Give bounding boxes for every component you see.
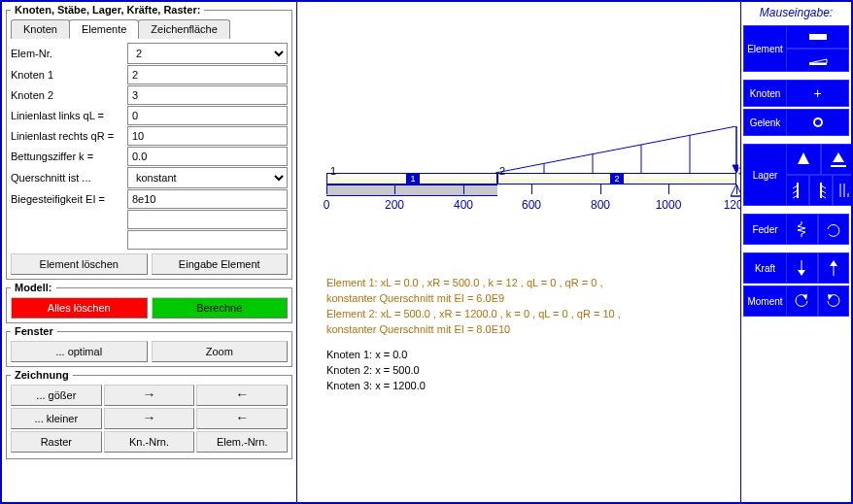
beam-diagram: 1 2 1 2 3 0 200 400 600 800 1000 1200: [326, 148, 740, 264]
arrow-right-icon: →: [143, 386, 156, 402]
kn-nrn-button[interactable]: Kn.-Nrn.: [104, 431, 195, 453]
tool-group-feder: Feder: [743, 214, 849, 245]
qr-input[interactable]: [127, 126, 288, 146]
axis-tick: [326, 185, 327, 194]
tool-label-knoten: Knoten: [743, 80, 786, 107]
arrow-left-button[interactable]: ←: [196, 385, 288, 406]
info-element-2a: Element 2: xL = 500.0 , xR = 1200.0 , k …: [326, 307, 621, 322]
tool-lager-fixed-right[interactable]: [809, 175, 833, 206]
moment-cw-icon: [823, 290, 844, 312]
tool-group-knoten: Knoten +: [743, 80, 849, 107]
node-number-3: 3: [738, 165, 740, 177]
tool-feder-linear[interactable]: [786, 214, 818, 245]
axis-label: 600: [522, 198, 541, 212]
mouse-input-title: Mauseingabe:: [760, 4, 833, 25]
tabs: Knoten Elemente Zeichenfläche: [11, 19, 288, 39]
tab-elemente[interactable]: Elemente: [69, 19, 139, 39]
tool-lager-dash[interactable]: [833, 175, 853, 206]
ei-input[interactable]: [127, 189, 288, 209]
svg-marker-30: [802, 294, 807, 300]
elem-nr-select[interactable]: 2: [127, 43, 288, 64]
distributed-load-icon: [495, 126, 738, 173]
tool-group-element: Element: [743, 25, 849, 72]
tool-beam-rect[interactable]: [786, 25, 849, 49]
raster-button[interactable]: Raster: [11, 431, 102, 453]
axis-tick: [531, 185, 532, 194]
tool-lager-fixed-left[interactable]: [786, 175, 809, 206]
node-number-1: 1: [330, 165, 336, 177]
tab-knoten[interactable]: Knoten: [11, 19, 70, 39]
input-element-button[interactable]: Eingabe Element: [152, 253, 289, 275]
tool-kraft-down[interactable]: [786, 252, 818, 284]
svg-marker-31: [828, 294, 833, 300]
info-element-1a: Element 1: xL = 0.0 , xR = 500.0 , k = 1…: [326, 276, 621, 291]
knoten2-label: Knoten 2: [11, 89, 127, 101]
rot-spring-icon: [823, 218, 844, 240]
svg-rect-8: [809, 34, 827, 40]
modell-legend: Modell:: [11, 282, 56, 293]
axis-label: 800: [591, 198, 610, 212]
tool-knoten-add[interactable]: +: [786, 80, 849, 107]
bigger-button[interactable]: ... gößer: [11, 385, 102, 406]
tool-moment-ccw[interactable]: [786, 286, 818, 317]
axis-tick: [394, 185, 395, 194]
tool-moment-cw[interactable]: [818, 286, 850, 317]
spring-icon: [791, 218, 812, 240]
optimal-button[interactable]: ... optimal: [11, 341, 148, 362]
fixed-left-icon: [787, 180, 808, 201]
svg-marker-12: [798, 152, 809, 164]
tool-gelenk[interactable]: [786, 109, 849, 136]
tool-feder-rotational[interactable]: [818, 214, 850, 245]
tool-kraft-up[interactable]: [818, 252, 850, 284]
spacer-input-1[interactable]: [127, 210, 288, 229]
axis-label: 1000: [656, 198, 682, 212]
beam-trapezoid-icon: [807, 50, 829, 71]
spacer-input-2[interactable]: [127, 230, 288, 250]
tool-beam-trapezoid[interactable]: [786, 49, 849, 72]
svg-marker-9: [809, 59, 827, 63]
delete-element-button[interactable]: Element löschen: [11, 253, 148, 275]
bett-input[interactable]: [127, 147, 288, 166]
right-toolbar: Mauseingabe: Element Knoten + Gelenk Lag…: [740, 2, 851, 502]
axis-tick: [600, 185, 601, 194]
tool-label-kraft: Kraft: [743, 252, 786, 284]
arrow-right-button[interactable]: →: [104, 385, 195, 406]
tool-label-moment: Moment: [743, 286, 786, 317]
info-text: Element 1: xL = 0.0 , xR = 500.0 , k = 1…: [326, 276, 621, 394]
properties-fieldset: Knoten, Stäbe, Lager, Kräfte, Raster: Kn…: [6, 4, 292, 280]
ql-input[interactable]: [127, 106, 288, 125]
svg-marker-13: [833, 152, 844, 162]
tool-lager-roller[interactable]: [821, 144, 853, 175]
arrow-right-button-2[interactable]: →: [104, 408, 195, 429]
arrow-left-button-2[interactable]: ←: [196, 408, 288, 429]
delete-all-button[interactable]: Alles löschen: [11, 297, 148, 319]
tool-lager-pinned[interactable]: [786, 144, 821, 175]
tool-label-lager: Lager: [743, 144, 786, 206]
tab-zeichenflaeche[interactable]: Zeichenfläche: [138, 19, 230, 39]
zoom-button[interactable]: Zoom: [152, 341, 289, 362]
info-element-1b: konstanter Querschnitt mit EI = 6.0E9: [326, 291, 621, 307]
info-knoten-3: Knoten 3: x = 1200.0: [326, 379, 621, 394]
svg-marker-27: [798, 270, 805, 276]
calculate-button[interactable]: Berechne: [152, 297, 289, 319]
svg-marker-29: [830, 260, 837, 266]
tool-label-feder: Feder: [743, 214, 786, 245]
drawing-canvas[interactable]: 1 2 1 2 3 0 200 400 600 800 1000 1200 El…: [297, 2, 740, 502]
pinned-support-icon: [731, 185, 740, 198]
info-element-2b: konstanter Querschnitt mit EI = 8.0E10: [326, 322, 621, 338]
tool-group-gelenk: Gelenk: [743, 109, 849, 136]
quer-select[interactable]: konstant: [127, 167, 288, 188]
axis-label: 1200: [724, 198, 740, 212]
element-tag-1: 1: [406, 174, 420, 184]
svg-rect-10: [809, 63, 827, 65]
moment-ccw-icon: [791, 290, 812, 312]
smaller-button[interactable]: ... kleiner: [11, 408, 102, 429]
knoten2-input[interactable]: [127, 85, 288, 105]
roller-support-icon: [828, 149, 849, 170]
fixed-right-icon: [810, 180, 832, 201]
force-down-icon: [791, 257, 812, 279]
tool-group-lager: Lager: [743, 144, 849, 206]
tool-label-gelenk: Gelenk: [743, 109, 786, 136]
knoten1-input[interactable]: [127, 65, 288, 84]
elem-nrn-button[interactable]: Elem.-Nrn.: [196, 431, 288, 453]
